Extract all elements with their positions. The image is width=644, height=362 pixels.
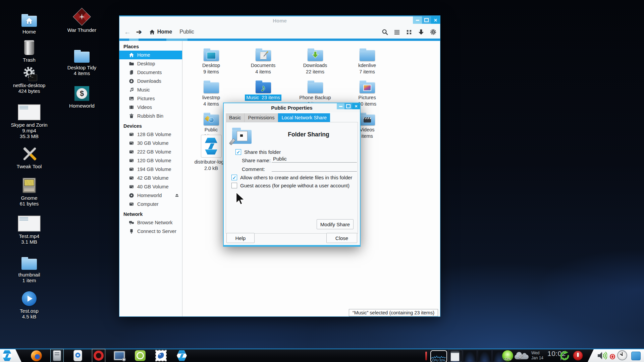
- desktop-icon-netflix-desktop[interactable]: >_netflix-desktop424 bytes: [4, 61, 54, 94]
- workspace-3[interactable]: [478, 350, 492, 362]
- gear-icon[interactable]: [429, 28, 437, 36]
- close-button-dialog[interactable]: Close: [326, 233, 357, 243]
- sidebar-item-rubbish-bin[interactable]: Rubbish Bin: [119, 112, 182, 120]
- maximize-button[interactable]: [422, 16, 431, 24]
- file-item-documents[interactable]: Documents4 items: [237, 44, 289, 75]
- list-view-icon[interactable]: [393, 28, 400, 36]
- status-orb[interactable]: 33%: [502, 350, 513, 361]
- sidebar-device-40-gb-volume[interactable]: 40 GB Volume: [119, 182, 182, 191]
- dialog-minimize-button[interactable]: [337, 103, 344, 109]
- breadcrumb-public[interactable]: Public: [179, 29, 194, 35]
- window-titlebar[interactable]: Home ✕: [119, 16, 440, 25]
- cpu-monitor[interactable]: CPU 32%: [430, 350, 447, 362]
- tab-local-network-share[interactable]: Local Network Share: [278, 113, 330, 122]
- file-name: kdenlive: [341, 62, 393, 69]
- sidebar-network-connect-to-server[interactable]: Connect to Server: [119, 227, 182, 236]
- window-title: Home: [119, 18, 440, 23]
- sidebar-device-128-gb-volume[interactable]: 128 GB Volume: [119, 130, 182, 139]
- sidebar-item-desktop[interactable]: Desktop: [119, 59, 182, 68]
- workspace-2[interactable]: [463, 350, 477, 362]
- modify-share-button[interactable]: Modify Share: [317, 219, 354, 229]
- sidebar-device-120-gb-volume[interactable]: 120 GB Volume: [119, 156, 182, 165]
- dialog-maximize-button[interactable]: [344, 103, 352, 109]
- clock-tray-icon[interactable]: [617, 350, 627, 360]
- date-display[interactable]: Wed Jan 14: [531, 351, 543, 361]
- taskbar-app-media-player[interactable]: [72, 350, 84, 362]
- guest-access-checkbox[interactable]: [231, 183, 237, 188]
- start-menu-button[interactable]: [0, 349, 21, 362]
- sidebar-device-222-gb-volume[interactable]: 222 GB Volume: [119, 147, 182, 156]
- trash-icon: [128, 113, 134, 119]
- taskbar-app-file-manager[interactable]: [51, 350, 63, 362]
- tab-permissions[interactable]: Permissions: [245, 113, 278, 122]
- sidebar-device-42-gb-volume[interactable]: 42 GB Volume: [119, 174, 182, 182]
- opera-tray-icon[interactable]: [610, 354, 615, 359]
- sidebar-item-videos[interactable]: Videos: [119, 103, 182, 112]
- sidebar-item-pictures[interactable]: Pictures: [119, 94, 182, 103]
- volume-icon[interactable]: [597, 351, 607, 362]
- desktop-icon-thumbnail[interactable]: thumbnail1 item: [4, 250, 54, 283]
- sidebar-device-computer[interactable]: Computer: [119, 200, 182, 208]
- sidebar-network-browse-network[interactable]: Browse Network: [119, 218, 182, 227]
- shutdown-button[interactable]: [573, 351, 583, 361]
- taskbar-app-zorin-app[interactable]: [176, 350, 188, 362]
- taskbar-app-opera[interactable]: [93, 350, 105, 362]
- close-button[interactable]: ✕: [431, 16, 440, 24]
- logout-button[interactable]: [559, 351, 570, 362]
- workspace-1[interactable]: [448, 350, 462, 362]
- taskbar-app-thunderbird[interactable]: [155, 350, 167, 362]
- sidebar-item-downloads[interactable]: Downloads: [119, 77, 182, 85]
- desktop-icon-test-osp[interactable]: Test.osp4.5 kB: [4, 287, 54, 319]
- gear-terminal-icon: >_: [22, 66, 37, 80]
- sidebar-item-home[interactable]: Home: [119, 51, 182, 59]
- file-item-music[interactable]: ♪Music23 items: [237, 76, 289, 101]
- sidebar-device-30-gb-volume[interactable]: 30 GB Volume: [119, 139, 182, 147]
- taskbar-app-software-center[interactable]: [134, 350, 146, 362]
- eject-icon[interactable]: [174, 193, 179, 199]
- sidebar-item-label: Documents: [137, 70, 162, 75]
- desktop-icon-gnome[interactable]: Gnome61 bytes: [4, 174, 54, 206]
- desktop-icon-tweak-tool[interactable]: Tweak Tool: [4, 142, 54, 169]
- help-button[interactable]: Help: [226, 233, 255, 243]
- file-item-downloads[interactable]: Downloads22 items: [289, 44, 341, 75]
- sidebar-item-music[interactable]: Music: [119, 85, 182, 94]
- taskbar-app-screenshot-tool[interactable]: [113, 350, 125, 362]
- dollar-icon: $: [74, 86, 89, 101]
- taskbar-app-firefox[interactable]: [30, 350, 42, 362]
- cpu-label: CPU 32%: [431, 359, 446, 362]
- download-icon[interactable]: [417, 28, 425, 36]
- file-item-kdenlive[interactable]: kdenlive7 items: [341, 44, 393, 75]
- allow-others-checkbox-row[interactable]: ✓ Allow others to create and delete file…: [231, 175, 352, 180]
- desktop-icon-test-mp4[interactable]: Test.mp43.1 MB: [4, 212, 54, 245]
- share-name-input[interactable]: Public: [272, 156, 357, 163]
- forward-icon[interactable]: ➔: [136, 28, 142, 36]
- desktop-icon-skype-and-zorin-9-mp4[interactable]: Skype and Zorin 9.mp435.3 MB: [4, 101, 54, 139]
- show-desktop-button[interactable]: [631, 352, 641, 360]
- tab-basic[interactable]: Basic: [226, 113, 245, 122]
- weather-widget[interactable]: 6°: [515, 352, 530, 361]
- allow-others-checkbox[interactable]: ✓: [231, 175, 237, 180]
- comment-input[interactable]: [272, 165, 357, 172]
- file-item-desktop[interactable]: Desktop9 items: [185, 44, 237, 75]
- search-icon[interactable]: [381, 28, 388, 36]
- sidebar-device-homeworld[interactable]: Homeworld: [119, 191, 182, 200]
- desktop-icon-size: 1 item: [4, 278, 54, 283]
- share-folder-checkbox-row[interactable]: ✓ Share this folder: [235, 149, 281, 155]
- share-folder-checkbox[interactable]: ✓: [235, 149, 241, 155]
- file-name: Phone Backup: [289, 95, 341, 101]
- dialog-close-button[interactable]: ✕: [352, 103, 360, 109]
- breadcrumb-home[interactable]: Home: [149, 29, 172, 35]
- minimize-button[interactable]: [413, 16, 422, 24]
- desktop-icon-homeworld[interactable]: $Homeworld: [57, 81, 107, 109]
- firefox-icon: [31, 350, 42, 361]
- dialog-titlebar[interactable]: Public Properties ✕: [224, 103, 360, 112]
- grid-view-icon[interactable]: [405, 28, 413, 36]
- sidebar-item-documents[interactable]: Documents: [119, 68, 182, 77]
- desktop-icon-war-thunder[interactable]: War Thunder: [57, 6, 107, 33]
- desktop-icon-desktop-tidy[interactable]: Desktop Tidy4 items: [57, 43, 107, 76]
- back-icon[interactable]: ←: [124, 28, 131, 36]
- guest-access-checkbox-row[interactable]: Guest access (for people without a user …: [231, 183, 350, 188]
- sidebar-device-194-gb-volume[interactable]: 194 GB Volume: [119, 165, 182, 174]
- desktop-icon-trash[interactable]: Trash: [4, 36, 54, 63]
- desktop-icon-home[interactable]: Home: [4, 7, 54, 35]
